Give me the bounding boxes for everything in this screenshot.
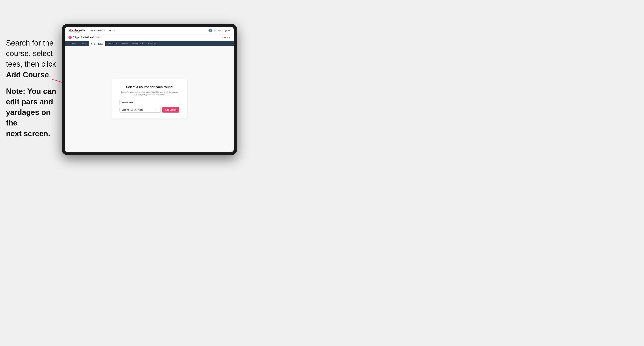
annotation-note-line3: yardages on the [6, 108, 50, 127]
brand-sub: Powered by clippd [68, 31, 85, 32]
card-title: Select a course for each round [120, 85, 179, 89]
tee-chevron-icon[interactable]: ⌄ [157, 109, 158, 111]
cancel-icon: ✕ [228, 36, 230, 38]
tournament-name: Clippd Invitational [73, 36, 94, 39]
tab-results[interactable]: Results [119, 41, 130, 46]
annotation-note-line2: edit pars and [6, 98, 53, 106]
annotation-block: Search for the course, select tees, then… [6, 38, 62, 139]
brand-name: SCOREBOARD [68, 29, 85, 31]
card-subtitle: Search for a course and select a tee. Yo… [120, 91, 179, 96]
annotation-punct: . [49, 71, 51, 79]
annotation-line1: Search for the course, select tees, then… [6, 38, 62, 80]
cancel-button[interactable]: Cancel ✕ [222, 36, 230, 38]
tab-leaderboards[interactable]: Leaderboards [130, 41, 146, 46]
sign-out-link[interactable]: Sign out [224, 30, 230, 32]
tab-teams[interactable]: Teams [79, 41, 89, 46]
tournament-header: C Clippd Invitational (Men) Cancel ✕ [65, 34, 234, 41]
tablet-device: SCOREBOARD Powered by clippd TOURNAMENTS… [62, 24, 237, 155]
separator: | [222, 30, 222, 32]
brand-logo: SCOREBOARD Powered by clippd [68, 29, 85, 32]
tee-select-controls: ✕ ⌄ [155, 109, 158, 111]
user-name: Test User [213, 30, 221, 32]
tab-bar: Details Teams Course Setup Tee Groups Re… [65, 41, 234, 46]
course-select-card: Select a course for each round Search fo… [112, 79, 187, 119]
tab-tee-groups[interactable]: Tee Groups [105, 41, 120, 46]
add-course-button[interactable]: Add Course [162, 107, 179, 113]
tab-printables[interactable]: Printables [146, 41, 159, 46]
tablet-screen: SCOREBOARD Powered by clippd TOURNAMENTS… [65, 27, 234, 152]
tee-select-value: Gold (M) (M) (7010 yds) [122, 109, 143, 111]
tee-clear-icon[interactable]: ✕ [155, 109, 157, 111]
nav-right: R Test User | Sign out [208, 29, 230, 32]
tee-select-row: Gold (M) (M) (7010 yds) ✕ ⌄ Add Course [120, 107, 179, 113]
annotation-add-course: Add Course [6, 71, 49, 79]
tournament-title: C Clippd Invitational (Men) [68, 36, 102, 39]
annotation-note-line4: next screen. [6, 130, 50, 138]
nav-tournaments[interactable]: TOURNAMENTS [90, 30, 105, 32]
annotation-note: Note: You can edit pars and yardages on … [6, 86, 62, 139]
tee-select-dropdown[interactable]: Gold (M) (M) (7010 yds) ✕ ⌄ [120, 107, 161, 113]
tournament-icon: C [68, 36, 72, 39]
tab-course-setup[interactable]: Course Setup [89, 41, 105, 46]
navbar: SCOREBOARD Powered by clippd TOURNAMENTS… [65, 27, 234, 34]
main-content: Select a course for each round Search fo… [65, 46, 234, 152]
course-search-input[interactable] [120, 100, 179, 105]
cancel-label: Cancel [222, 36, 228, 38]
nav-links: TOURNAMENTS TEAMS [90, 30, 208, 32]
annotation-note-line1: Note: You can [6, 87, 56, 95]
tournament-badge: (Men) [95, 36, 102, 39]
tab-details[interactable]: Details [68, 41, 79, 46]
user-avatar: R [208, 29, 212, 32]
nav-teams[interactable]: TEAMS [109, 30, 116, 32]
